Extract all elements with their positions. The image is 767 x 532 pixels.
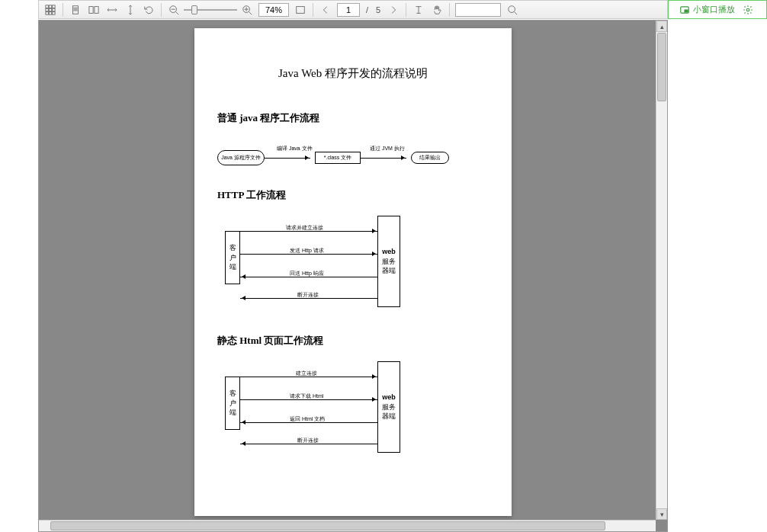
zoom-slider[interactable] xyxy=(184,2,237,18)
scroll-up-button[interactable]: ▴ xyxy=(656,21,667,32)
hand-tool-button[interactable] xyxy=(428,2,445,18)
svg-rect-8 xyxy=(53,8,56,11)
next-page-button[interactable] xyxy=(385,2,402,18)
html-flow-diagram: 客户端 web 服务器端 建立连接 请求下载 Html 返回 Html 文档 断… xyxy=(217,361,489,460)
flow1-node-source: Java 源程序文件 xyxy=(217,150,265,165)
http-client-box: 客户端 xyxy=(225,231,240,284)
separator xyxy=(63,3,63,17)
text-select-button[interactable] xyxy=(410,2,427,18)
pdf-page: Java Web 程序开发的流程说明 普通 java 程序工作流程 Java 源… xyxy=(194,28,512,516)
search-input[interactable] xyxy=(455,3,501,17)
svg-rect-3 xyxy=(46,5,49,8)
svg-rect-25 xyxy=(297,6,305,13)
zoom-input[interactable] xyxy=(258,3,289,17)
svg-rect-1 xyxy=(685,10,688,12)
flow1-arrow-2 xyxy=(361,158,406,159)
http-label-4: 断开连接 xyxy=(297,291,319,299)
separator xyxy=(313,3,313,17)
html-label-1: 建立连接 xyxy=(296,370,317,377)
svg-point-2 xyxy=(746,8,749,11)
search-button[interactable] xyxy=(504,2,521,18)
svg-rect-4 xyxy=(49,5,52,8)
thumbnails-button[interactable] xyxy=(42,2,59,18)
svg-rect-9 xyxy=(46,11,49,14)
http-label-3: 回送 Http 响应 xyxy=(290,270,324,277)
pip-button[interactable]: 小窗口播放 xyxy=(668,0,767,19)
flow1-node-class: *.class 文件 xyxy=(315,152,361,164)
svg-point-26 xyxy=(509,5,515,12)
svg-line-27 xyxy=(515,11,518,14)
server-web-label-2: web xyxy=(382,393,396,402)
flow1-label-jvm: 通过 JVM 执行 xyxy=(370,145,405,152)
html-server-box: web 服务器端 xyxy=(377,361,400,453)
html-label-4: 断开连接 xyxy=(297,437,319,444)
java-flow-diagram: Java 源程序文件 编译 Java 文件 *.class 文件 通过 JVM … xyxy=(217,139,489,169)
scroll-thumb[interactable] xyxy=(657,33,666,101)
http-server-box: web 服务器端 xyxy=(377,216,400,307)
client-label-2: 客户端 xyxy=(227,389,238,418)
section-3-title: 静态 Html 页面工作流程 xyxy=(217,334,489,348)
http-label-1: 请求并建立连接 xyxy=(286,224,323,232)
server-web-label: web xyxy=(382,247,396,257)
svg-line-22 xyxy=(249,11,252,14)
scroll-down-button[interactable]: ▾ xyxy=(656,508,667,520)
fit-height-button[interactable] xyxy=(122,2,139,18)
separator xyxy=(161,3,162,17)
html-label-2: 请求下载 Html xyxy=(290,393,323,400)
pip-label: 小窗口播放 xyxy=(693,4,735,15)
pdf-toolbar: / 5 xyxy=(38,0,668,19)
pip-icon xyxy=(679,5,690,15)
horizontal-scrollbar[interactable] xyxy=(39,520,656,531)
single-page-button[interactable] xyxy=(67,2,84,18)
html-label-3: 返回 Html 文档 xyxy=(290,415,325,423)
client-label: 客户端 xyxy=(227,243,238,272)
svg-rect-10 xyxy=(49,11,52,14)
separator xyxy=(449,3,450,17)
html-client-box: 客户端 xyxy=(225,377,240,430)
separator xyxy=(406,3,406,17)
svg-rect-5 xyxy=(53,5,56,8)
slider-thumb[interactable] xyxy=(191,5,197,14)
svg-rect-7 xyxy=(49,8,52,11)
doc-title: Java Web 程序开发的流程说明 xyxy=(217,66,489,81)
section-1-title: 普通 java 程序工作流程 xyxy=(217,111,489,125)
page-total: 5 xyxy=(376,5,380,14)
pdf-viewer: Java Web 程序开发的流程说明 普通 java 程序工作流程 Java 源… xyxy=(38,20,668,532)
svg-rect-16 xyxy=(89,6,93,13)
section-2-title: HTTP 工作流程 xyxy=(217,188,489,202)
svg-rect-6 xyxy=(46,8,49,11)
http-label-2: 发送 Http 请求 xyxy=(290,247,324,255)
fit-width-button[interactable] xyxy=(104,2,120,18)
rotate-button[interactable] xyxy=(140,2,157,18)
svg-rect-12 xyxy=(73,5,79,14)
zoom-out-button[interactable] xyxy=(165,2,182,18)
server-label-2: 服务器端 xyxy=(380,402,398,421)
prev-page-button[interactable] xyxy=(317,2,334,18)
page-separator: / xyxy=(366,5,368,14)
http-flow-diagram: 客户端 web 服务器端 请求并建立连接 发送 Http 请求 回送 Http … xyxy=(217,216,489,315)
page-input[interactable] xyxy=(337,3,360,17)
hscroll-thumb[interactable] xyxy=(50,521,605,530)
two-page-button[interactable] xyxy=(85,2,102,18)
gear-icon[interactable] xyxy=(743,5,753,15)
svg-rect-17 xyxy=(95,6,98,13)
flow1-label-compile: 编译 Java 文件 xyxy=(277,145,313,152)
vertical-scrollbar[interactable]: ▴ ▾ xyxy=(656,21,667,520)
svg-rect-11 xyxy=(53,11,56,14)
flow1-node-output: 结果输出 xyxy=(411,152,449,164)
flow1-arrow-1 xyxy=(265,158,310,159)
fullscreen-button[interactable] xyxy=(292,2,309,18)
zoom-in-button[interactable] xyxy=(239,2,255,18)
server-label: 服务器端 xyxy=(380,257,398,276)
svg-line-19 xyxy=(176,11,179,14)
